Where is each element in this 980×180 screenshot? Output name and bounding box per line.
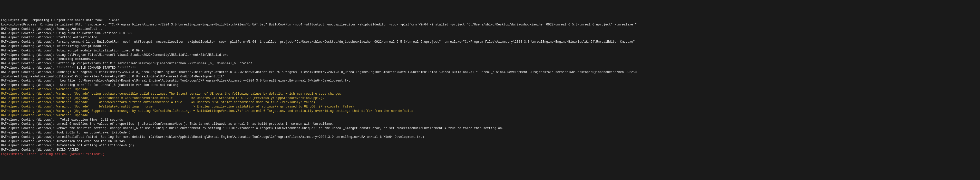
log-line: UATHelper: Cooking (Windows): Running: C… <box>1 70 979 75</box>
log-line: UATHelper: Cooking (Windows): Initializi… <box>1 44 979 48</box>
log-line: UATHelper: Cooking (Windows): Warning: [… <box>1 113 979 118</box>
log-line: LogUObjectHash: Compacting FUObjectHashT… <box>1 18 979 22</box>
log-line: ing\Unreal Engine\AutomationTool\Logs\C+… <box>1 75 979 79</box>
log-line: LogAximmetry: Error: Cooking failed. (Re… <box>1 152 979 157</box>
log-line: UATHelper: Cooking (Windows): Running Au… <box>1 27 979 31</box>
log-line: UATHelper: Cooking (Windows): unreal_6 m… <box>1 122 979 126</box>
log-line: LogMonitoredProcess: Running Serialized … <box>1 22 979 27</box>
log-line: UATHelper: Cooking (Windows): Creating m… <box>1 83 979 87</box>
log-line: UATHelper: Cooking (Windows): Total exec… <box>1 118 979 122</box>
log-line: UATHelper: Cooking (Windows): Using bund… <box>1 31 979 36</box>
log-line: UATHelper: Cooking (Windows): Warning: [… <box>1 87 979 92</box>
log-line: UATHelper: Cooking (Windows): Parsing co… <box>1 40 979 44</box>
log-line: UATHelper: Cooking (Windows): Log file: … <box>1 79 979 83</box>
log-line: UATHelper: Cooking (Windows): Warning: [… <box>1 109 979 113</box>
log-line: UATHelper: Cooking (Windows): Warning: [… <box>1 100 979 104</box>
log-line: UATHelper: Cooking (Windows): Using C:\P… <box>1 53 979 57</box>
log-line: UATHelper: Cooking (Windows): Took 2.62s… <box>1 131 979 135</box>
log-line: UATHelper: Cooking (Windows): Warning: [… <box>1 104 979 109</box>
log-output: LogUObjectHash: Compacting FUObjectHashT… <box>1 18 979 157</box>
log-line: UATHelper: Cooking (Windows): Warning: [… <box>1 96 979 101</box>
log-line: UATHelper: Cooking (Windows): Executing … <box>1 57 979 61</box>
log-line: UATHelper: Cooking (Windows): Setting up… <box>1 61 979 66</box>
log-line: UATHelper: Cooking (Windows): Automation… <box>1 143 979 148</box>
log-line: UATHelper: Cooking (Windows): **********… <box>1 66 979 70</box>
log-line: UATHelper: Cooking (Windows): Automation… <box>1 139 979 144</box>
log-line: UATHelper: Cooking (Windows): BUILD FAIL… <box>1 148 979 152</box>
log-line: UATHelper: Cooking (Windows): Total scri… <box>1 48 979 53</box>
log-line: UATHelper: Cooking (Windows): Starting A… <box>1 35 979 40</box>
log-line: UATHelper: Cooking (Windows): Warning: [… <box>1 92 979 96</box>
log-line: UATHelper: Cooking (Windows): UnrealBuil… <box>1 135 979 139</box>
log-line: UATHelper: Cooking (Windows): Remove the… <box>1 126 979 131</box>
